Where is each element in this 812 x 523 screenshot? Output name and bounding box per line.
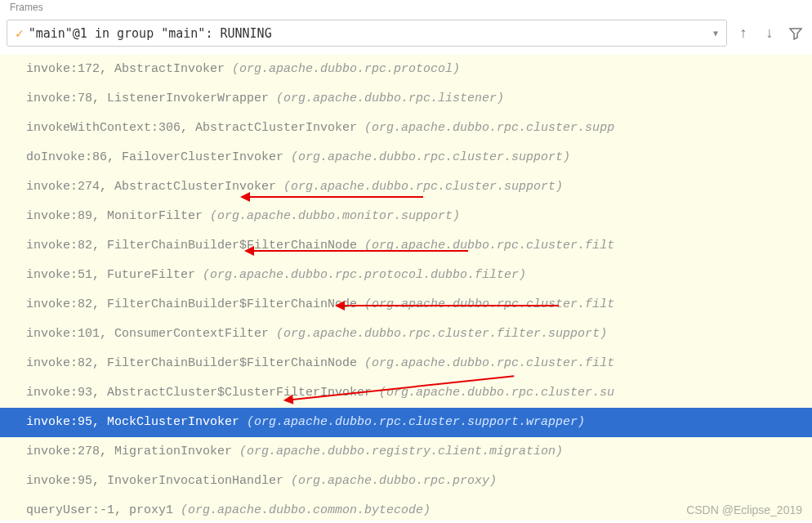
frame-method: invoke:82, FilterChainBuilder$FilterChai… [26, 297, 364, 311]
frame-package: (org.apache.dubbo.monitor.support) [210, 209, 460, 223]
frame-method: invoke:95, InvokerInvocationHandler [26, 474, 291, 488]
frame-method: invoke:51, FutureFilter [26, 268, 203, 282]
panel-title: Frames [7, 2, 805, 16]
stack-frame-row[interactable]: invoke:82, FilterChainBuilder$FilterChai… [0, 231, 812, 261]
stack-frame-row[interactable]: invoke:93, AbstractCluster$ClusterFilter… [0, 378, 812, 408]
stack-frame-row[interactable]: queryUser:-1, proxy1 (org.apache.dubbo.c… [0, 496, 812, 521]
chevron-down-icon: ▼ [713, 29, 718, 38]
frame-method: invoke:93, AbstractCluster$ClusterFilter… [26, 386, 379, 400]
funnel-icon [789, 27, 802, 40]
stack-frame-row[interactable]: invoke:95, InvokerInvocationHandler (org… [0, 467, 812, 496]
frames-list[interactable]: invoke:172, AbstractInvoker (org.apache.… [0, 55, 812, 521]
frame-package: (org.apache.dubbo.rpc.cluster.support.wr… [247, 415, 585, 429]
frame-method: invoke:82, FilterChainBuilder$FilterChai… [26, 239, 364, 253]
stack-frame-row[interactable]: invoke:89, MonitorFilter (org.apache.dub… [0, 202, 812, 231]
frame-package: (org.apache.dubbo.common.bytecode) [181, 503, 431, 517]
check-icon: ✓ [16, 25, 24, 41]
stack-frame-row[interactable]: doInvoke:86, FailoverClusterInvoker (org… [0, 143, 812, 172]
frame-package: (org.apache.dubbo.rpc.cluster.supp [364, 121, 614, 135]
frame-package: (org.apache.dubbo.rpc.cluster.su [379, 386, 614, 400]
frame-package: (org.apache.dubbo.rpc.cluster.filter.sup… [276, 327, 607, 341]
frame-package: (org.apache.dubbo.rpc.proxy) [291, 474, 497, 488]
stack-frame-row[interactable]: invoke:278, MigrationInvoker (org.apache… [0, 437, 812, 467]
frame-method: invoke:172, AbstractInvoker [26, 62, 232, 76]
next-frame-button[interactable]: ↓ [760, 24, 779, 43]
frame-package: (org.apache.dubbo.rpc.listener) [276, 92, 504, 105]
frame-method: invoke:95, MockClusterInvoker [26, 415, 247, 429]
frame-method: invoke:274, AbstractClusterInvoker [26, 180, 283, 194]
stack-frame-row[interactable]: invokeWithContext:306, AbstractClusterIn… [0, 114, 812, 143]
previous-frame-button[interactable]: ↑ [734, 24, 753, 43]
stack-frame-row[interactable]: invoke:95, MockClusterInvoker (org.apach… [0, 408, 812, 437]
frame-method: invoke:78, ListenerInvokerWrapper [26, 92, 276, 105]
arrow-up-icon: ↑ [739, 25, 748, 42]
frame-package: (org.apache.dubbo.rpc.cluster.filt [364, 239, 614, 253]
frame-method: queryUser:-1, proxy1 [26, 503, 181, 517]
frame-package: (org.apache.dubbo.rpc.cluster.filt [364, 356, 614, 370]
thread-label: "main"@1 in group "main": RUNNING [29, 26, 708, 41]
stack-frame-row[interactable]: invoke:274, AbstractClusterInvoker (org.… [0, 172, 812, 202]
stack-frame-row[interactable]: invoke:101, ConsumerContextFilter (org.a… [0, 320, 812, 349]
frame-package: (org.apache.dubbo.rpc.cluster.support) [291, 150, 570, 164]
stack-frame-row[interactable]: invoke:51, FutureFilter (org.apache.dubb… [0, 261, 812, 290]
stack-frame-row[interactable]: invoke:82, FilterChainBuilder$FilterChai… [0, 290, 812, 320]
frame-package: (org.apache.dubbo.rpc.cluster.support) [283, 180, 563, 194]
arrow-down-icon: ↓ [765, 25, 774, 42]
stack-frame-row[interactable]: invoke:82, FilterChainBuilder$FilterChai… [0, 349, 812, 378]
thread-selector-dropdown[interactable]: ✓ "main"@1 in group "main": RUNNING ▼ [7, 20, 727, 47]
frame-package: (org.apache.dubbo.rpc.cluster.filt [364, 297, 614, 311]
frame-package: (org.apache.dubbo.registry.client.migrat… [239, 445, 563, 458]
toolbar: ✓ "main"@1 in group "main": RUNNING ▼ ↑ … [0, 16, 812, 55]
frame-package: (org.apache.dubbo.rpc.protocol) [232, 62, 460, 76]
frame-package: (org.apache.dubbo.rpc.protocol.dubbo.fil… [203, 268, 526, 282]
frame-method: invoke:89, MonitorFilter [26, 209, 210, 223]
panel-header: Frames [0, 0, 812, 16]
filter-button[interactable] [786, 24, 805, 43]
frame-method: invoke:82, FilterChainBuilder$FilterChai… [26, 356, 364, 370]
stack-frame-row[interactable]: invoke:172, AbstractInvoker (org.apache.… [0, 55, 812, 84]
frame-method: invokeWithContext:306, AbstractClusterIn… [26, 121, 364, 135]
frame-method: invoke:101, ConsumerContextFilter [26, 327, 276, 341]
frame-method: invoke:278, MigrationInvoker [26, 445, 239, 458]
frame-method: doInvoke:86, FailoverClusterInvoker [26, 150, 291, 164]
stack-frame-row[interactable]: invoke:78, ListenerInvokerWrapper (org.a… [0, 84, 812, 114]
